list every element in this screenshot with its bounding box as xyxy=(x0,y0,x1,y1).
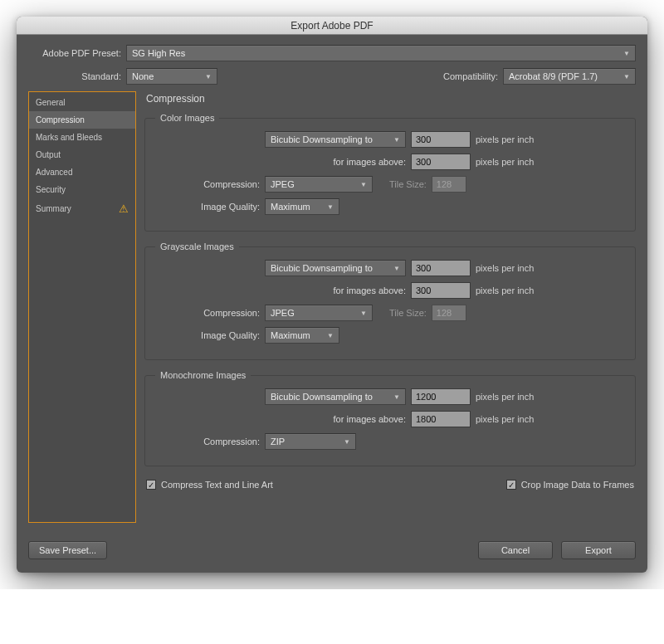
sidebar-item-summary[interactable]: Summary ⚠ xyxy=(29,198,135,219)
cancel-button[interactable]: Cancel xyxy=(478,541,553,559)
chevron-down-icon: ▼ xyxy=(360,310,367,317)
for-images-above-label: for images above: xyxy=(265,157,406,167)
compress-text-checkbox[interactable]: ✓ Compress Text and Line Art xyxy=(146,480,273,490)
preset-select[interactable]: SG High Res ▼ xyxy=(126,45,636,61)
mono-ppi-input[interactable]: 1200 xyxy=(411,388,471,405)
compression-label: Compression: xyxy=(155,308,260,318)
gray-legend: Grayscale Images xyxy=(155,242,239,251)
grayscale-images-group: Grayscale Images Bicubic Downsampling to… xyxy=(144,242,636,360)
sidebar-item-advanced[interactable]: Advanced xyxy=(29,163,135,181)
ppi-unit: pixels per inch xyxy=(476,263,534,273)
sidebar-item-output[interactable]: Output xyxy=(29,146,135,163)
export-pdf-dialog: Export Adobe PDF Adobe PDF Preset: SG Hi… xyxy=(17,17,647,573)
mono-downsample-select[interactable]: Bicubic Downsampling to▼ xyxy=(265,388,406,405)
compat-value: Acrobat 8/9 (PDF 1.7) xyxy=(509,71,598,81)
image-quality-label: Image Quality: xyxy=(155,202,260,212)
compat-label: Compatibility: xyxy=(443,71,503,81)
compat-select[interactable]: Acrobat 8/9 (PDF 1.7) ▼ xyxy=(503,68,636,85)
crop-image-checkbox[interactable]: ✓ Crop Image Data to Frames xyxy=(506,480,634,490)
gray-compression-select[interactable]: JPEG▼ xyxy=(265,305,373,321)
ppi-unit: pixels per inch xyxy=(476,392,534,402)
chevron-down-icon: ▼ xyxy=(360,181,367,188)
chevron-down-icon: ▼ xyxy=(327,332,334,339)
ppi-unit: pixels per inch xyxy=(476,414,534,424)
export-button[interactable]: Export xyxy=(561,541,636,559)
gray-ppi-input[interactable]: 300 xyxy=(411,260,471,276)
gray-downsample-select[interactable]: Bicubic Downsampling to▼ xyxy=(265,260,406,276)
save-preset-button[interactable]: Save Preset... xyxy=(28,541,107,559)
ppi-unit: pixels per inch xyxy=(476,157,534,167)
gray-above-input[interactable]: 300 xyxy=(411,282,471,299)
color-quality-select[interactable]: Maximum▼ xyxy=(265,198,339,215)
monochrome-images-group: Monochrome Images Bicubic Downsampling t… xyxy=(144,370,636,466)
for-images-above-label: for images above: xyxy=(265,285,406,295)
color-images-group: Color Images Bicubic Downsampling to▼ 30… xyxy=(144,113,636,232)
gray-quality-select[interactable]: Maximum▼ xyxy=(265,327,339,344)
sidebar-item-compression[interactable]: Compression xyxy=(29,111,135,129)
window-title: Export Adobe PDF xyxy=(17,17,647,35)
checkmark-icon: ✓ xyxy=(146,480,156,490)
chevron-down-icon: ▼ xyxy=(623,50,630,57)
color-ppi-input[interactable]: 300 xyxy=(411,131,471,148)
sidebar-item-general[interactable]: General xyxy=(29,94,135,111)
image-quality-label: Image Quality: xyxy=(155,330,260,340)
standard-select[interactable]: None ▼ xyxy=(126,68,217,85)
chevron-down-icon: ▼ xyxy=(344,438,350,446)
checkmark-icon: ✓ xyxy=(506,480,516,490)
compression-label: Compression: xyxy=(155,437,260,446)
chevron-down-icon: ▼ xyxy=(327,203,334,211)
for-images-above-label: for images above: xyxy=(265,414,406,424)
color-legend: Color Images xyxy=(155,113,219,123)
chevron-down-icon: ▼ xyxy=(623,73,630,80)
preset-value: SG High Res xyxy=(132,48,185,58)
mono-legend: Monochrome Images xyxy=(155,370,251,380)
category-sidebar: General Compression Marks and Bleeds Out… xyxy=(28,91,136,523)
ppi-unit: pixels per inch xyxy=(476,285,534,295)
compression-label: Compression: xyxy=(155,179,260,189)
preset-label: Adobe PDF Preset: xyxy=(28,48,126,58)
crop-image-label: Crop Image Data to Frames xyxy=(521,480,634,490)
mono-compression-select[interactable]: ZIP▼ xyxy=(265,433,356,450)
color-compression-select[interactable]: JPEG▼ xyxy=(265,176,373,193)
gray-tile-input: 128 xyxy=(432,305,466,321)
ppi-unit: pixels per inch xyxy=(476,134,534,144)
standard-label: Standard: xyxy=(28,71,126,81)
color-tile-input: 128 xyxy=(432,176,466,193)
color-downsample-select[interactable]: Bicubic Downsampling to▼ xyxy=(265,131,406,148)
sidebar-item-marks-bleeds[interactable]: Marks and Bleeds xyxy=(29,129,135,146)
tile-size-label: Tile Size: xyxy=(389,179,427,189)
warning-icon: ⚠ xyxy=(119,202,129,215)
tile-size-label: Tile Size: xyxy=(389,308,427,318)
color-above-input[interactable]: 300 xyxy=(411,154,471,170)
panel-title: Compression xyxy=(146,93,636,105)
compress-text-label: Compress Text and Line Art xyxy=(161,480,273,490)
chevron-down-icon: ▼ xyxy=(205,73,212,80)
mono-above-input[interactable]: 1800 xyxy=(411,411,471,427)
sidebar-item-security[interactable]: Security xyxy=(29,181,135,198)
standard-value: None xyxy=(132,71,154,81)
chevron-down-icon: ▼ xyxy=(393,265,400,272)
chevron-down-icon: ▼ xyxy=(393,136,400,144)
chevron-down-icon: ▼ xyxy=(393,393,400,401)
